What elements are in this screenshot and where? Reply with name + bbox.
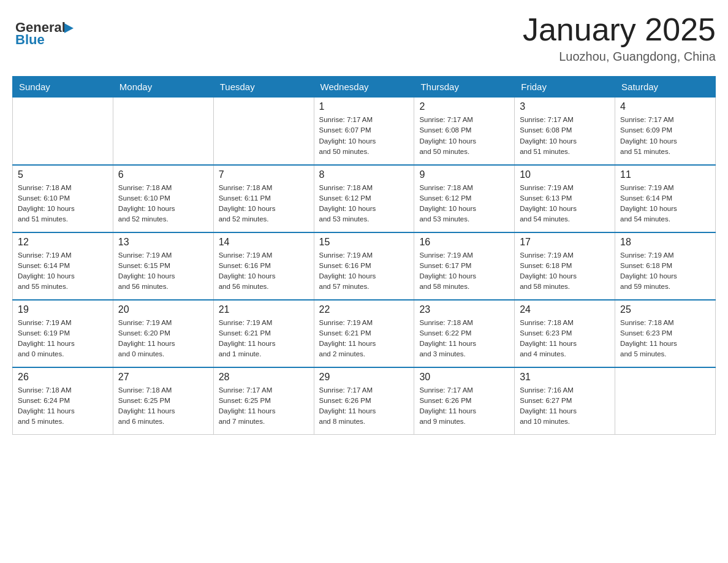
day-info: Sunrise: 7:19 AM Sunset: 6:20 PM Dayligh… — [118, 318, 208, 360]
week-row-4: 19Sunrise: 7:19 AM Sunset: 6:19 PM Dayli… — [13, 300, 716, 367]
day-info: Sunrise: 7:18 AM Sunset: 6:24 PM Dayligh… — [18, 385, 108, 427]
calendar-cell: 15Sunrise: 7:19 AM Sunset: 6:16 PM Dayli… — [314, 232, 414, 300]
day-number: 20 — [118, 304, 208, 315]
day-number: 22 — [319, 304, 409, 315]
day-info: Sunrise: 7:19 AM Sunset: 6:18 PM Dayligh… — [620, 250, 710, 293]
calendar-cell: 16Sunrise: 7:19 AM Sunset: 6:17 PM Dayli… — [414, 232, 515, 300]
day-info: Sunrise: 7:18 AM Sunset: 6:11 PM Dayligh… — [219, 183, 309, 225]
day-number: 29 — [319, 372, 409, 383]
calendar-cell: 29Sunrise: 7:17 AM Sunset: 6:26 PM Dayli… — [314, 367, 414, 435]
day-number: 6 — [118, 169, 208, 180]
calendar-cell: 5Sunrise: 7:18 AM Sunset: 6:10 PM Daylig… — [13, 165, 113, 232]
day-info: Sunrise: 7:16 AM Sunset: 6:27 PM Dayligh… — [520, 385, 610, 427]
day-number: 3 — [520, 101, 610, 112]
day-info: Sunrise: 7:18 AM Sunset: 6:23 PM Dayligh… — [520, 318, 610, 360]
day-info: Sunrise: 7:17 AM Sunset: 6:07 PM Dayligh… — [319, 115, 409, 157]
calendar-cell: 24Sunrise: 7:18 AM Sunset: 6:23 PM Dayli… — [515, 300, 615, 367]
day-number: 23 — [419, 304, 509, 315]
day-info: Sunrise: 7:18 AM Sunset: 6:12 PM Dayligh… — [319, 183, 409, 225]
calendar-cell: 19Sunrise: 7:19 AM Sunset: 6:19 PM Dayli… — [13, 300, 113, 367]
day-number: 5 — [18, 169, 108, 180]
calendar-cell: 3Sunrise: 7:17 AM Sunset: 6:08 PM Daylig… — [515, 98, 615, 165]
calendar-cell: 18Sunrise: 7:19 AM Sunset: 6:18 PM Dayli… — [615, 232, 716, 300]
header-row: SundayMondayTuesdayWednesdayThursdayFrid… — [13, 77, 716, 98]
calendar-cell: 27Sunrise: 7:18 AM Sunset: 6:25 PM Dayli… — [113, 367, 213, 435]
svg-text:Blue: Blue — [15, 32, 45, 47]
day-number: 7 — [219, 169, 309, 180]
calendar-cell: 2Sunrise: 7:17 AM Sunset: 6:08 PM Daylig… — [414, 98, 515, 165]
day-info: Sunrise: 7:17 AM Sunset: 6:08 PM Dayligh… — [520, 115, 610, 157]
day-number: 10 — [520, 169, 610, 180]
day-number: 13 — [118, 237, 208, 248]
calendar-cell — [113, 98, 213, 165]
day-number: 31 — [520, 372, 610, 383]
col-header-wednesday: Wednesday — [314, 77, 414, 98]
col-header-tuesday: Tuesday — [213, 77, 314, 98]
day-info: Sunrise: 7:17 AM Sunset: 6:09 PM Dayligh… — [620, 115, 710, 157]
calendar-cell: 6Sunrise: 7:18 AM Sunset: 6:10 PM Daylig… — [113, 165, 213, 232]
day-info: Sunrise: 7:19 AM Sunset: 6:13 PM Dayligh… — [520, 183, 610, 225]
page-header: General Blue January 2025 Luozhou, Guang… — [12, 12, 716, 64]
day-info: Sunrise: 7:17 AM Sunset: 6:08 PM Dayligh… — [419, 115, 509, 157]
calendar-cell — [615, 367, 716, 435]
calendar-cell: 8Sunrise: 7:18 AM Sunset: 6:12 PM Daylig… — [314, 165, 414, 232]
calendar-table: SundayMondayTuesdayWednesdayThursdayFrid… — [12, 76, 716, 435]
day-info: Sunrise: 7:19 AM Sunset: 6:14 PM Dayligh… — [620, 183, 710, 225]
calendar-cell: 1Sunrise: 7:17 AM Sunset: 6:07 PM Daylig… — [314, 98, 414, 165]
calendar-subtitle: Luozhou, Guangdong, China — [523, 50, 716, 64]
day-number: 21 — [219, 304, 309, 315]
calendar-cell: 21Sunrise: 7:19 AM Sunset: 6:21 PM Dayli… — [213, 300, 314, 367]
day-info: Sunrise: 7:18 AM Sunset: 6:22 PM Dayligh… — [419, 318, 509, 360]
day-info: Sunrise: 7:19 AM Sunset: 6:17 PM Dayligh… — [419, 250, 509, 293]
day-number: 9 — [419, 169, 509, 180]
calendar-cell: 12Sunrise: 7:19 AM Sunset: 6:14 PM Dayli… — [13, 232, 113, 300]
calendar-cell: 4Sunrise: 7:17 AM Sunset: 6:09 PM Daylig… — [615, 98, 716, 165]
svg-marker-1 — [64, 23, 74, 33]
calendar-cell: 13Sunrise: 7:19 AM Sunset: 6:15 PM Dayli… — [113, 232, 213, 300]
logo: General Blue — [12, 12, 86, 52]
col-header-thursday: Thursday — [414, 77, 515, 98]
calendar-cell: 7Sunrise: 7:18 AM Sunset: 6:11 PM Daylig… — [213, 165, 314, 232]
calendar-cell: 23Sunrise: 7:18 AM Sunset: 6:22 PM Dayli… — [414, 300, 515, 367]
day-info: Sunrise: 7:18 AM Sunset: 6:25 PM Dayligh… — [118, 385, 208, 427]
calendar-cell: 26Sunrise: 7:18 AM Sunset: 6:24 PM Dayli… — [13, 367, 113, 435]
day-number: 30 — [419, 372, 509, 383]
calendar-cell — [13, 98, 113, 165]
title-section: January 2025 Luozhou, Guangdong, China — [523, 12, 716, 64]
week-row-5: 26Sunrise: 7:18 AM Sunset: 6:24 PM Dayli… — [13, 367, 716, 435]
day-info: Sunrise: 7:17 AM Sunset: 6:26 PM Dayligh… — [319, 385, 409, 427]
day-info: Sunrise: 7:18 AM Sunset: 6:10 PM Dayligh… — [18, 183, 108, 225]
col-header-friday: Friday — [515, 77, 615, 98]
day-number: 24 — [520, 304, 610, 315]
calendar-cell: 25Sunrise: 7:18 AM Sunset: 6:23 PM Dayli… — [615, 300, 716, 367]
calendar-cell: 9Sunrise: 7:18 AM Sunset: 6:12 PM Daylig… — [414, 165, 515, 232]
col-header-sunday: Sunday — [13, 77, 113, 98]
day-info: Sunrise: 7:17 AM Sunset: 6:25 PM Dayligh… — [219, 385, 309, 427]
day-number: 11 — [620, 169, 710, 180]
day-number: 27 — [118, 372, 208, 383]
day-number: 1 — [319, 101, 409, 112]
day-number: 16 — [419, 237, 509, 248]
week-row-1: 1Sunrise: 7:17 AM Sunset: 6:07 PM Daylig… — [13, 98, 716, 165]
day-info: Sunrise: 7:17 AM Sunset: 6:26 PM Dayligh… — [419, 385, 509, 427]
calendar-cell: 10Sunrise: 7:19 AM Sunset: 6:13 PM Dayli… — [515, 165, 615, 232]
day-info: Sunrise: 7:19 AM Sunset: 6:21 PM Dayligh… — [219, 318, 309, 360]
calendar-cell: 22Sunrise: 7:19 AM Sunset: 6:21 PM Dayli… — [314, 300, 414, 367]
day-number: 12 — [18, 237, 108, 248]
calendar-cell: 30Sunrise: 7:17 AM Sunset: 6:26 PM Dayli… — [414, 367, 515, 435]
calendar-cell: 28Sunrise: 7:17 AM Sunset: 6:25 PM Dayli… — [213, 367, 314, 435]
calendar-cell: 11Sunrise: 7:19 AM Sunset: 6:14 PM Dayli… — [615, 165, 716, 232]
week-row-2: 5Sunrise: 7:18 AM Sunset: 6:10 PM Daylig… — [13, 165, 716, 232]
day-number: 4 — [620, 101, 710, 112]
day-number: 15 — [319, 237, 409, 248]
calendar-cell: 20Sunrise: 7:19 AM Sunset: 6:20 PM Dayli… — [113, 300, 213, 367]
calendar-cell: 17Sunrise: 7:19 AM Sunset: 6:18 PM Dayli… — [515, 232, 615, 300]
calendar-cell — [213, 98, 314, 165]
day-number: 2 — [419, 101, 509, 112]
calendar-cell: 31Sunrise: 7:16 AM Sunset: 6:27 PM Dayli… — [515, 367, 615, 435]
day-info: Sunrise: 7:19 AM Sunset: 6:16 PM Dayligh… — [219, 250, 309, 293]
day-number: 25 — [620, 304, 710, 315]
day-number: 26 — [18, 372, 108, 383]
week-row-3: 12Sunrise: 7:19 AM Sunset: 6:14 PM Dayli… — [13, 232, 716, 300]
logo-text: General Blue — [12, 12, 86, 52]
